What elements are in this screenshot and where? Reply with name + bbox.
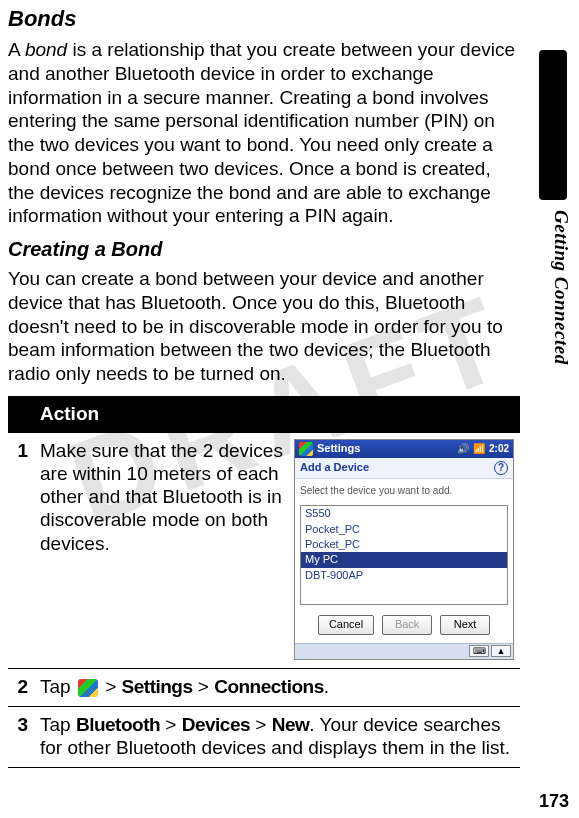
step-text: Make sure that the 2 devices are within …	[34, 433, 290, 668]
list-item[interactable]: Pocket_PC	[301, 537, 507, 552]
action-header-blank	[8, 396, 34, 433]
step2-pre: Tap	[40, 676, 76, 697]
step3-bluetooth: Bluetooth	[76, 714, 160, 735]
step3-devices: Devices	[182, 714, 250, 735]
step3-sep0: >	[160, 714, 182, 735]
step3-sep1: >	[250, 714, 272, 735]
heading-bonds: Bonds	[8, 6, 522, 32]
list-item[interactable]: Pocket_PC	[301, 522, 507, 537]
help-icon[interactable]: ?	[494, 461, 508, 475]
table-row: 2 Tap > Settings > Connections.	[8, 668, 520, 706]
screenshot-button-row: Cancel Back Next	[295, 609, 513, 642]
p1-prefix: A	[8, 39, 25, 60]
screenshot-cell: Settings 🔊 📶 2:02 Add a Device ? Select …	[290, 433, 520, 668]
next-button[interactable]: Next	[440, 615, 490, 634]
table-row: 1 Make sure that the 2 devices are withi…	[8, 433, 520, 668]
list-item[interactable]: DBT-900AP	[301, 568, 507, 583]
action-header-label: Action	[34, 396, 520, 433]
side-label: Getting Connected	[550, 210, 572, 365]
start-menu-icon	[78, 679, 98, 697]
heading-creating: Creating a Bond	[8, 238, 522, 261]
signal-icon: 📶	[473, 443, 485, 455]
page-number: 173	[539, 791, 569, 812]
p1-suffix: is a relationship that you create betwee…	[8, 39, 515, 226]
screenshot-subbar: Add a Device ?	[295, 458, 513, 479]
back-button: Back	[382, 615, 432, 634]
step3-pre: Tap	[40, 714, 76, 735]
keyboard-icon[interactable]: ⌨	[469, 645, 489, 657]
step-number: 1	[8, 433, 34, 668]
step2-sep2: .	[324, 676, 329, 697]
paragraph-bonds: A bond is a relationship that you create…	[8, 38, 522, 228]
screenshot-instruction: Select the device you want to add.	[295, 479, 513, 503]
p1-bond-italic: bond	[25, 39, 67, 60]
speaker-icon: 🔊	[457, 443, 469, 455]
device-list[interactable]: S550 Pocket_PC Pocket_PC My PC DBT-900AP	[300, 505, 508, 605]
paragraph-creating: You can create a bond between your devic…	[8, 267, 522, 386]
step-number: 3	[8, 706, 34, 767]
list-item[interactable]: S550	[301, 506, 507, 521]
main-content: Bonds A bond is a relationship that you …	[0, 0, 530, 768]
step2-sep0: >	[100, 676, 122, 697]
status-area: 🔊 📶 2:02	[457, 443, 509, 455]
cancel-button[interactable]: Cancel	[318, 615, 374, 634]
step3-sep2: .	[309, 714, 319, 735]
step2-settings: Settings	[122, 676, 193, 697]
screenshot-titlebar: Settings 🔊 📶 2:02	[295, 440, 513, 458]
step-text: Tap Bluetooth > Devices > New. Your devi…	[34, 706, 520, 767]
screenshot-bottom-bar: ⌨ ▲	[295, 643, 513, 659]
windows-flag-icon	[299, 442, 313, 456]
screenshot-title: Settings	[317, 442, 453, 455]
clock-time: 2:02	[489, 443, 509, 455]
subbar-title: Add a Device	[300, 461, 369, 474]
list-item-selected[interactable]: My PC	[301, 552, 507, 567]
action-header-row: Action	[8, 396, 520, 433]
table-row: 3 Tap Bluetooth > Devices > New. Your de…	[8, 706, 520, 767]
step-text: Tap > Settings > Connections.	[34, 668, 520, 706]
step-number: 2	[8, 668, 34, 706]
action-table: Action 1 Make sure that the 2 devices ar…	[8, 396, 520, 768]
side-black-tab	[539, 50, 567, 200]
step3-new: New	[272, 714, 310, 735]
up-arrow-icon[interactable]: ▲	[491, 645, 511, 657]
device-screenshot: Settings 🔊 📶 2:02 Add a Device ? Select …	[294, 439, 514, 660]
step2-connections: Connections	[214, 676, 324, 697]
step2-sep1: >	[193, 676, 215, 697]
